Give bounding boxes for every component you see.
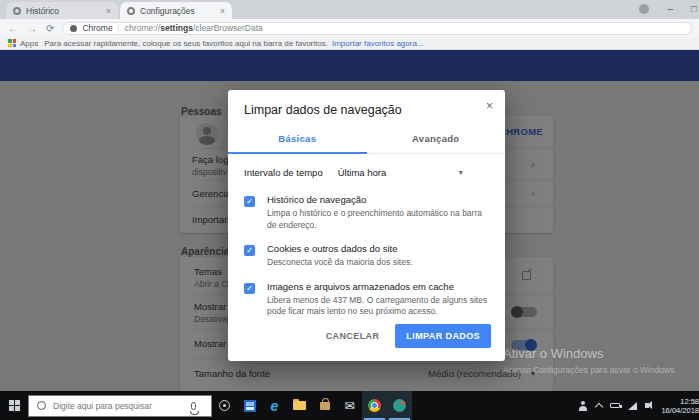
cancel-button[interactable]: CANCELAR — [326, 331, 380, 341]
profile-icon[interactable] — [639, 4, 649, 14]
bookmarks-bar: Apps Para acessar rapidamente, coloque o… — [0, 37, 699, 50]
microphone-icon[interactable] — [191, 402, 196, 410]
clear-browsing-data-dialog: Limpar dados de navegação × Básicas Avan… — [228, 90, 505, 361]
maximize-button[interactable]: □ — [691, 3, 697, 14]
checkbox-description: Desconecta você da maioria dos sites. — [267, 257, 413, 269]
network-icon[interactable] — [628, 402, 637, 410]
start-button[interactable] — [0, 391, 28, 420]
battery-icon[interactable] — [610, 403, 620, 408]
address-bar[interactable]: Chrome | chrome://settings/clearBrowserD… — [62, 22, 692, 35]
checkbox-description: Libera menos de 437 MB. O carregamento d… — [267, 295, 489, 318]
url-text: chrome://settings/clearBrowserData — [125, 23, 263, 33]
gear-icon — [127, 7, 135, 15]
tab-strip: Histórico × Configurações × – □ — [0, 0, 699, 19]
people-icon[interactable] — [578, 401, 588, 411]
store-icon — [320, 402, 330, 410]
chrome-icon — [368, 399, 381, 412]
apps-icon[interactable] — [8, 39, 16, 47]
taskbar: e ✉ 12:58 16/04/2018 — [0, 391, 699, 420]
eye-icon — [219, 400, 230, 411]
close-icon[interactable]: × — [486, 99, 493, 113]
checkbox-row-cookies: ✓ Cookies e outros dados do site Descone… — [244, 243, 489, 269]
reload-icon[interactable]: ⟳ — [46, 23, 54, 34]
forward-icon[interactable]: → — [27, 23, 37, 34]
taskbar-item-blue-tile[interactable] — [237, 391, 262, 420]
taskbar-item-explorer[interactable] — [287, 391, 312, 420]
checkbox-description: Limpa o histórico e o preenchimento auto… — [267, 208, 489, 231]
close-icon[interactable]: × — [106, 6, 111, 16]
checkbox-checked[interactable]: ✓ — [244, 196, 255, 207]
checkbox-checked[interactable]: ✓ — [244, 245, 255, 256]
checkbox-label: Histórico de navegação — [267, 194, 489, 205]
dialog-tabs: Básicas Avançado — [228, 126, 505, 154]
chrome-badge-icon — [70, 25, 77, 32]
chevron-up-icon[interactable] — [595, 403, 603, 411]
tab-historico[interactable]: Histórico × — [6, 2, 118, 19]
volume-icon[interactable] — [645, 403, 649, 408]
checkbox-label: Imagens e arquivos armazenados em cache — [267, 281, 489, 292]
taskbar-search-input[interactable] — [53, 401, 183, 411]
tab-basicas[interactable]: Básicas — [228, 126, 367, 153]
screen: Configurações Pessoas E CHROME Faça logi… — [0, 0, 699, 420]
taskbar-item-eye[interactable] — [212, 391, 237, 420]
checkbox-row-historico: ✓ Histórico de navegação Limpa o históri… — [244, 194, 489, 231]
windows-watermark: Ativar o Windows Acesse Configurações pa… — [503, 346, 677, 375]
edge-icon: e — [271, 399, 279, 413]
import-favorites-link[interactable]: Importar favoritos agora... — [332, 39, 424, 48]
checkbox-row-cache: ✓ Imagens e arquivos armazenados em cach… — [244, 281, 489, 318]
teal-app-icon — [393, 399, 406, 412]
taskbar-item-mail[interactable]: ✉ — [337, 391, 362, 420]
clock[interactable]: 12:58 16/04/2018 — [657, 397, 699, 415]
taskbar-item-chrome[interactable] — [362, 391, 387, 420]
time-range-select[interactable]: Última hora ▾ — [338, 167, 463, 178]
checkbox-label: Cookies e outros dados do site — [267, 243, 413, 254]
taskbar-item-edge[interactable]: e — [262, 391, 287, 420]
tab-avancado[interactable]: Avançado — [367, 126, 506, 153]
back-icon[interactable]: ← — [8, 23, 18, 34]
apps-label[interactable]: Apps — [20, 39, 38, 48]
file-explorer-icon — [293, 401, 306, 410]
cortana-icon — [37, 401, 46, 410]
history-icon — [13, 7, 21, 15]
close-icon[interactable]: × — [220, 6, 225, 16]
taskbar-item-app[interactable] — [387, 391, 412, 420]
windows-logo-icon — [9, 400, 20, 411]
taskbar-item-store[interactable] — [312, 391, 337, 420]
checkbox-checked[interactable]: ✓ — [244, 283, 255, 294]
browser-toolbar: ← → ⟳ Chrome | chrome://settings/clearBr… — [0, 19, 699, 37]
taskbar-search[interactable] — [28, 395, 212, 417]
blue-tile-icon — [244, 400, 256, 412]
time-range-label: Intervalo de tempo — [244, 167, 323, 178]
chevron-down-icon: ▾ — [459, 168, 463, 177]
clear-data-button[interactable]: LIMPAR DADOS — [395, 324, 491, 348]
bookmarks-hint: Para acessar rapidamente, coloque os seu… — [44, 39, 328, 48]
mail-icon: ✉ — [344, 399, 354, 413]
minimize-button[interactable]: – — [667, 3, 673, 14]
tab-configuracoes[interactable]: Configurações × — [120, 2, 232, 19]
dialog-title: Limpar dados de navegação — [228, 90, 505, 126]
